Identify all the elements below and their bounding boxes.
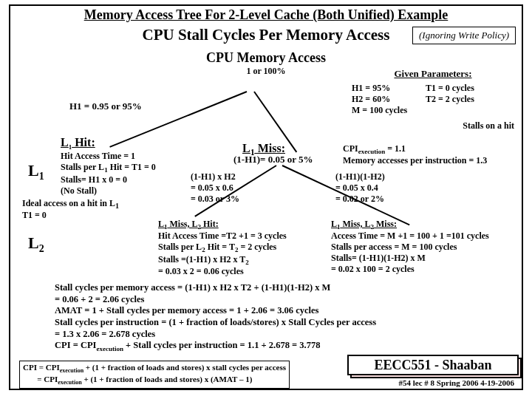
l1-hit-heading: L1 Hit: bbox=[61, 136, 186, 151]
cpi-execution-params: CPIexecution = 1.1 Memory accesses per i… bbox=[343, 143, 487, 166]
l1-hit-line: Stalls per L1 Hit = T1 = 0 bbox=[61, 162, 186, 174]
l2-hit-block: L1 Miss, L2 Hit: Hit Access Time =T2 +1 … bbox=[158, 219, 287, 277]
l1-hit-block: L1 Hit: Hit Access Time = 1 Stalls per L… bbox=[61, 136, 186, 197]
summary-equations: Stall cycles per memory access = (1-H1) … bbox=[55, 282, 513, 353]
l1-hit-line: (No Stall) bbox=[61, 185, 186, 197]
param-m: M = 100 cycles bbox=[352, 105, 514, 116]
l1-level-label: L1 bbox=[28, 161, 44, 183]
l2-hit-line: Stalls per L2 Hit = T2 = 2 cycles bbox=[158, 242, 287, 253]
l2-hit-prob-calc: (1-H1) x H2 = 0.05 x 0.6 = 0.03 or 3% bbox=[191, 171, 239, 205]
page-title: Memory Access Tree For 2-Level Cache (Bo… bbox=[10, 7, 522, 23]
param-t1: T1 = 0 cycles bbox=[426, 83, 499, 94]
lecture-info: #54 lec # 8 Spring 2006 4-19-2006 bbox=[399, 378, 514, 387]
summary-cpi-line: CPI = CPIexecution + Stall cycles per in… bbox=[55, 340, 513, 353]
cpi-formula-box: CPI = CPIexecution + (1 + fraction of lo… bbox=[19, 361, 290, 389]
given-parameters-box: Given Parameters: H1 = 95%T1 = 0 cycles … bbox=[352, 68, 514, 132]
stalls-on-hit-label: Stalls on a hit bbox=[352, 120, 514, 132]
given-parameters-title: Given Parameters: bbox=[352, 68, 514, 80]
param-h2: H2 = 60% bbox=[352, 94, 426, 105]
l2-miss-heading: L1 Miss, L2 Miss: bbox=[331, 219, 489, 231]
mem-per-instr: Memory accesses per instruction = 1.3 bbox=[343, 155, 487, 166]
page-frame: Memory Access Tree For 2-Level Cache (Bo… bbox=[9, 4, 523, 390]
course-badge: EECC551 - Shaaban bbox=[347, 355, 519, 375]
h1-probability-label: H1 = 0.95 or 95% bbox=[69, 100, 142, 112]
ignore-policy-note: (Ignoring Write Policy) bbox=[412, 27, 516, 44]
course-badge-text: EECC551 - Shaaban bbox=[347, 355, 519, 375]
l2-miss-prob-calc: (1-H1)(1-H2) = 0.05 x 0.4 = 0.02 or 2% bbox=[335, 171, 385, 205]
l1-miss-probability: (1-H1)= 0.05 or 5% bbox=[233, 154, 313, 166]
l1-hit-line: Stalls= H1 x 0 = 0 bbox=[61, 174, 186, 185]
l2-hit-heading: L1 Miss, L2 Hit: bbox=[158, 219, 287, 231]
l2-hit-line: Stalls =(1-H1) x H2 x T2 bbox=[158, 254, 287, 266]
param-t2: T2 = 2 cycles bbox=[426, 94, 499, 105]
l1-hit-line: Hit Access Time = 1 bbox=[61, 151, 186, 162]
cpu-memory-access-heading: CPU Memory Access bbox=[10, 50, 522, 66]
l2-level-label: L2 bbox=[28, 233, 44, 255]
l2-miss-block: L1 Miss, L2 Miss: Access Time = M +1 = 1… bbox=[331, 219, 489, 275]
param-h1: H1 = 95% bbox=[352, 83, 426, 94]
ideal-access-note: Ideal access on a hit in L1 T1 = 0 bbox=[22, 198, 126, 221]
